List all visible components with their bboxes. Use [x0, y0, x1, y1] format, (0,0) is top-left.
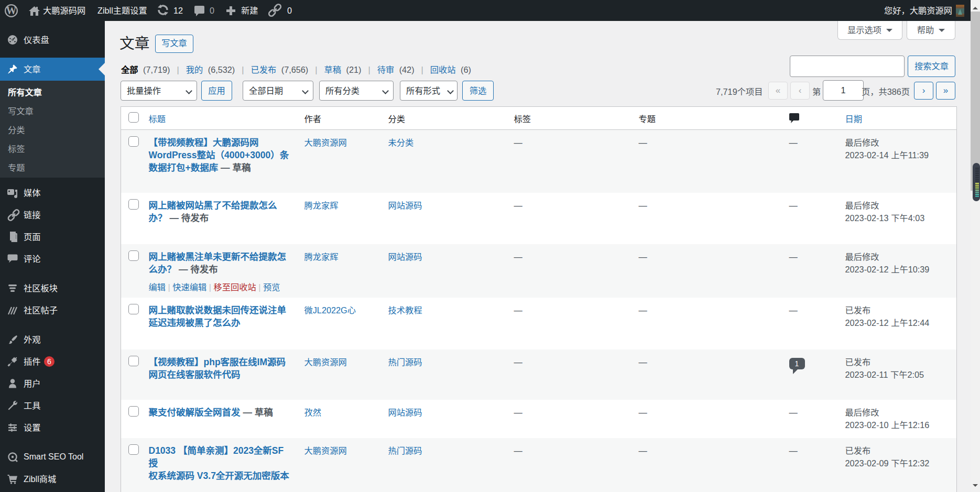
- svg-text:W: W: [6, 5, 17, 16]
